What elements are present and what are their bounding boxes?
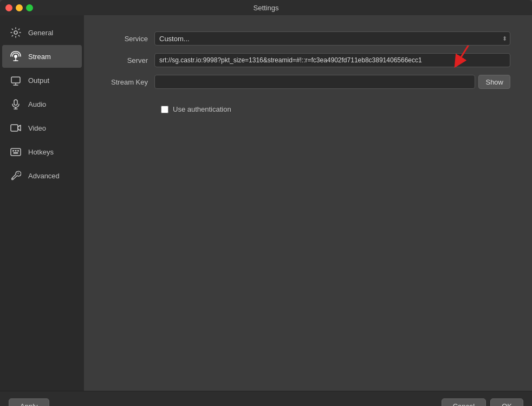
ok-button[interactable]: OK [490,398,523,406]
stream-key-input[interactable] [154,75,475,89]
apply-button[interactable]: Apply [9,398,49,406]
sidebar-label-audio: Audio [28,100,46,108]
sidebar-label-general: General [28,29,53,37]
service-row: Service Custom... ⬍ [106,31,510,46]
svg-point-1 [14,55,17,58]
minimize-button[interactable] [16,4,23,11]
sidebar: General Stream [0,15,84,391]
main-layout: General Stream [0,15,532,391]
svg-rect-7 [14,100,17,105]
show-button[interactable]: Show [478,75,510,89]
sidebar-item-hotkeys[interactable]: Hotkeys [2,140,82,163]
window-controls [5,4,33,11]
sidebar-item-video[interactable]: Video [2,117,82,139]
output-icon [10,74,22,86]
svg-rect-11 [11,149,21,156]
cancel-button[interactable]: Cancel [442,398,486,406]
stream-key-row: Stream Key Show [106,75,510,89]
svg-point-0 [14,31,17,34]
svg-rect-12 [12,150,14,152]
window-title: Settings [254,4,279,12]
title-bar: Settings [0,0,532,15]
service-select-wrap: Custom... ⬍ [154,31,510,46]
sidebar-item-audio[interactable]: Audio [2,93,82,115]
server-row: Server [106,53,510,67]
sidebar-label-advanced: Advanced [28,172,60,180]
sidebar-item-advanced[interactable]: Advanced [2,164,82,187]
use-auth-row: Use authentication [106,105,510,113]
svg-rect-4 [11,77,20,83]
server-label: Server [106,56,154,65]
sidebar-item-output[interactable]: Output [2,69,82,92]
sidebar-label-hotkeys: Hotkeys [28,148,54,156]
service-select[interactable]: Custom... [154,31,510,46]
svg-rect-13 [15,150,17,152]
sidebar-label-output: Output [28,76,49,85]
maximize-button[interactable] [26,4,33,11]
stream-icon [10,50,22,62]
close-button[interactable] [5,4,12,11]
use-auth-label: Use authentication [173,105,231,113]
bottom-bar: Apply Cancel OK [0,391,532,406]
right-buttons: Cancel OK [442,398,523,406]
wrench-icon [10,170,22,182]
gear-icon [10,27,22,38]
service-label: Service [106,35,154,43]
sidebar-item-general[interactable]: General [2,21,82,44]
video-icon [10,122,22,134]
use-auth-checkbox[interactable] [161,106,168,113]
svg-rect-15 [14,152,18,154]
svg-rect-14 [17,150,19,152]
sidebar-label-video: Video [28,124,46,132]
stream-key-label: Stream Key [106,78,154,86]
sidebar-label-stream: Stream [28,53,51,61]
svg-point-17 [18,173,19,174]
hotkeys-icon [10,146,22,158]
audio-icon [10,98,22,110]
svg-line-16 [12,178,14,179]
content-area: Service Custom... ⬍ Server Stream Key Sh… [84,15,532,391]
sidebar-item-stream[interactable]: Stream [2,45,82,68]
server-input[interactable] [154,53,510,67]
svg-rect-10 [11,125,18,131]
